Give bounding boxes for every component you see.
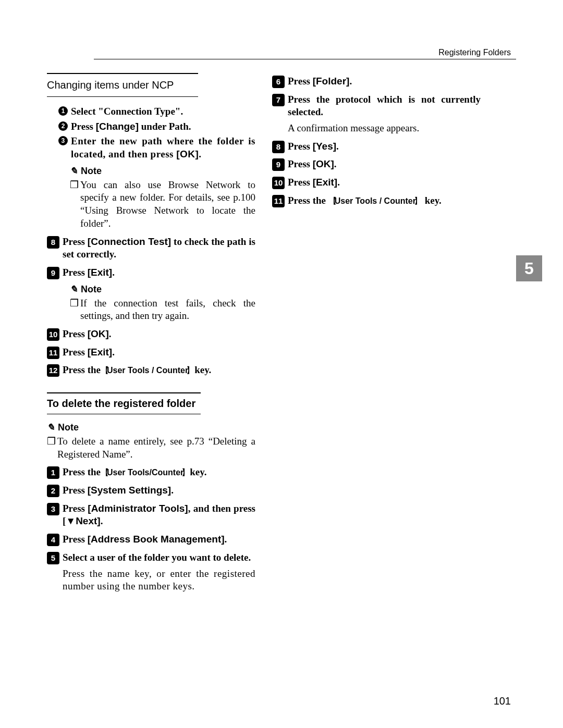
system-settings-button-label: [System Settings] <box>88 485 171 496</box>
del-step-1: 1 Press theUser Tools/Counterkey. <box>47 466 255 479</box>
del-step-2-pre: Press <box>63 485 88 496</box>
step-9-icon: 9 <box>47 267 59 279</box>
substep-2-pre: Press <box>71 121 96 132</box>
circle-1-icon: 1 <box>58 106 68 116</box>
r-step-9: 9 Press [OK]. <box>272 158 481 171</box>
del-step-2: 2 Press [System Settings]. <box>47 484 255 497</box>
del-step-2-icon: 2 <box>47 485 59 497</box>
section-delete-folder: To delete the registered folder <box>47 392 201 414</box>
step-10-pre: Press <box>63 328 88 339</box>
r-step-10: 10 Press [Exit]. <box>272 176 481 189</box>
del-step-1-post: key. <box>190 466 206 477</box>
r-step-11-pre: Press the <box>288 195 328 206</box>
yes-button-label: [Yes] <box>313 141 336 152</box>
note-3-text: To delete a name entirely, see p.73 “Del… <box>47 435 255 461</box>
circle-2-icon: 2 <box>58 121 68 131</box>
exit-button-label: [Exit] <box>88 267 113 278</box>
step-9-pre: Press <box>63 267 88 278</box>
user-tools-key-3: User Tools / Counter <box>328 196 422 207</box>
del-step-4-icon: 4 <box>47 534 59 546</box>
del-step-2-post: . <box>171 485 174 496</box>
step-11-post: . <box>112 347 115 357</box>
r-step-11: 11 Press the User Tools / Counter key. <box>272 194 481 207</box>
substep-3-post: . <box>199 149 201 159</box>
r-step-7: 7 Press the protocol which is not curren… <box>272 93 481 119</box>
left-column: Changing items under NCP 1 Select "Conne… <box>47 73 255 593</box>
step-12: 12 Press theUser Tools / Counterkey. <box>47 364 255 377</box>
del-step-5: 5 Select a user of the folder you want t… <box>47 551 255 564</box>
step-9: 9 Press [Exit]. <box>47 266 255 279</box>
r-step-8-pre: Press <box>288 141 313 152</box>
r-step-9-pre: Press <box>288 158 313 169</box>
r-step-7-text: Press the protocol which is not currentl… <box>288 94 481 118</box>
header-rule <box>94 59 516 59</box>
step-9-post: . <box>112 267 115 278</box>
step-10-icon: 10 <box>47 328 59 341</box>
ok-button-label-3: [OK] <box>313 158 334 169</box>
ok-button-label-2: [OK] <box>88 328 109 339</box>
r-step-11-post: key. <box>422 195 442 206</box>
del-step-3: 3 Press [Administrator Tools], and then … <box>47 502 255 528</box>
substep-3-pre: Enter the new path where the folder is l… <box>71 135 255 159</box>
step-8: 8 Press [Connection Test] to check the p… <box>47 236 255 261</box>
step-12-pre: Press the <box>63 364 101 375</box>
substep-1: 1 Select "Connection Type". <box>58 105 255 118</box>
note-1-text: You can also use Browse Network to speci… <box>70 179 255 230</box>
step-8-pre: Press <box>63 236 88 247</box>
r-step-6-post: . <box>349 76 352 87</box>
note-heading-2: Note <box>70 283 255 295</box>
del-step-3-icon: 3 <box>47 503 59 515</box>
r-step-11-icon: 11 <box>272 195 285 207</box>
ncp-sublist: 1 Select "Connection Type". 2 Press [Cha… <box>47 105 255 161</box>
content-columns: Changing items under NCP 1 Select "Conne… <box>47 73 516 593</box>
r-step-8-icon: 8 <box>272 141 285 153</box>
address-book-button-label: [Address Book Management] <box>88 534 225 545</box>
note-heading-1: Note <box>70 165 255 177</box>
substep-3: 3 Enter the new path where the folder is… <box>58 135 255 161</box>
r-step-9-post: . <box>334 158 337 169</box>
step-11-pre: Press <box>63 347 88 357</box>
next-button-label: Next] <box>76 515 101 526</box>
r-step-10-icon: 10 <box>272 177 285 189</box>
substep-1-text: Select "Connection Type". <box>71 106 183 117</box>
r-step-6-pre: Press <box>288 76 313 87</box>
del-step-4: 4 Press [Address Book Management]. <box>47 533 255 546</box>
connection-test-button-label: [Connection Test] <box>88 236 171 247</box>
page: Registering Folders 5 101 Changing items… <box>0 0 563 728</box>
exit-button-label-2: [Exit] <box>88 347 113 357</box>
del-step-4-pre: Press <box>63 534 88 545</box>
down-arrow-icon: ▼ <box>66 515 76 526</box>
step-12-post: key. <box>194 364 211 375</box>
r-step-7-body: A confirmation message appears. <box>272 122 481 135</box>
chapter-tab: 5 <box>516 255 542 281</box>
note-block-3: Note To delete a name entirely, see p.73… <box>47 422 255 461</box>
admin-tools-button-label: [Administrator Tools] <box>88 503 188 514</box>
user-tools-key-2: User Tools/Counter <box>101 467 190 478</box>
page-number: 101 <box>494 695 511 707</box>
r-step-6-icon: 6 <box>272 76 285 88</box>
del-step-3-post2: . <box>101 515 103 526</box>
circle-3-icon: 3 <box>58 136 68 145</box>
change-button-label: [Change] <box>96 121 139 132</box>
del-step-5-icon: 5 <box>47 552 59 564</box>
note-2-text: If the connection test fails, check the … <box>70 297 255 323</box>
r-step-10-post: . <box>337 177 340 188</box>
step-11-icon: 11 <box>47 347 59 359</box>
right-column: 6 Press [Folder]. 7 Press the protocol w… <box>272 73 481 593</box>
exit-button-label-3: [Exit] <box>313 177 338 188</box>
r-step-7-icon: 7 <box>272 94 285 106</box>
step-10-post: . <box>109 328 112 339</box>
del-step-5-body: Press the name key, or enter the registe… <box>47 567 255 593</box>
r-step-8: 8 Press [Yes]. <box>272 140 481 153</box>
note-heading-3: Note <box>47 422 255 433</box>
header-text: Registering Folders <box>438 48 511 57</box>
box-title-ncp: Changing items under NCP <box>47 73 198 97</box>
del-step-1-pre: Press the <box>63 466 101 477</box>
user-tools-key: User Tools / Counter <box>101 365 194 376</box>
substep-2: 2 Press [Change] under Path. <box>58 120 255 133</box>
r-step-9-icon: 9 <box>272 158 285 171</box>
r-step-10-pre: Press <box>288 177 313 188</box>
step-12-icon: 12 <box>47 364 59 377</box>
note-block-1: Note You can also use Browse Network to … <box>47 165 255 230</box>
del-step-1-icon: 1 <box>47 466 59 479</box>
